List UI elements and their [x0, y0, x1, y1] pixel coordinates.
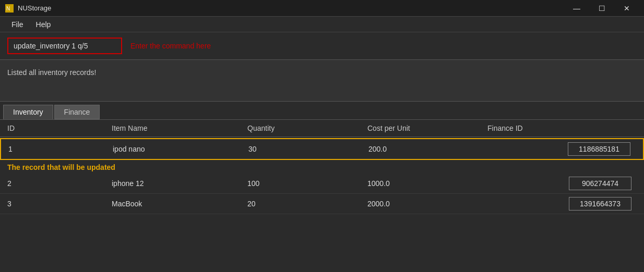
cell-item-name: ipod nano [113, 145, 248, 153]
app-title: NUStorage [18, 4, 565, 12]
output-message: Listed all inventory records! [7, 68, 96, 77]
menu-help[interactable]: Help [30, 18, 57, 31]
tab-finance[interactable]: Finance [54, 105, 100, 119]
command-bar: Enter the command here [0, 32, 644, 60]
col-cost-per-unit: Cost per Unit [367, 124, 487, 132]
close-button[interactable]: ✕ [615, 0, 639, 17]
minimize-button[interactable]: — [565, 0, 589, 17]
title-bar: N NUStorage — ☐ ✕ [0, 0, 644, 17]
finance-id-badge: 1186885181 [568, 142, 630, 156]
cell-cost-per-unit: 2000.0 [367, 200, 487, 208]
command-placeholder: Enter the command here [130, 42, 211, 50]
finance-id-badge: 1391664373 [569, 197, 631, 211]
update-record-label: The record that will be updated [0, 161, 644, 174]
col-quantity: Quantity [247, 124, 367, 132]
cell-id: 2 [7, 179, 112, 188]
finance-id-badge: 906274474 [569, 177, 631, 190]
cell-item-name: MacBook [112, 200, 247, 208]
maximize-button[interactable]: ☐ [590, 0, 614, 17]
window-controls: — ☐ ✕ [565, 0, 639, 17]
cell-id: 1 [8, 145, 113, 153]
cell-cost-per-unit: 200.0 [368, 145, 488, 153]
cell-cost-per-unit: 1000.0 [367, 179, 487, 188]
cell-id: 3 [7, 200, 112, 208]
col-item-name: Item Name [112, 124, 247, 132]
inventory-table: ID Item Name Quantity Cost per Unit Fina… [0, 120, 644, 214]
cell-item-name: iphone 12 [112, 179, 247, 188]
table-row[interactable]: 2 iphone 12 100 1000.0 906274474 [0, 174, 644, 194]
col-finance-id: Finance ID [487, 124, 637, 132]
output-area: Listed all inventory records! [0, 60, 644, 102]
col-id: ID [7, 124, 112, 132]
cell-quantity: 20 [247, 200, 367, 208]
table-row[interactable]: 1 ipod nano 30 200.0 1186885181 [0, 138, 644, 160]
svg-text:N: N [6, 6, 10, 11]
table-row[interactable]: 3 MacBook 20 2000.0 1391664373 [0, 194, 644, 214]
cell-quantity: 30 [248, 145, 368, 153]
finance-id-cell: 906274474 [487, 177, 637, 190]
app-icon: N [5, 4, 14, 13]
command-input[interactable] [7, 38, 122, 54]
finance-id-cell: 1391664373 [487, 197, 637, 211]
finance-id-cell: 1186885181 [488, 142, 636, 156]
table-header: ID Item Name Quantity Cost per Unit Fina… [0, 120, 644, 137]
menu-file[interactable]: File [5, 18, 30, 31]
tab-inventory[interactable]: Inventory [3, 105, 53, 119]
cell-quantity: 100 [247, 179, 367, 188]
menu-bar: File Help [0, 17, 644, 32]
tabs-bar: Inventory Finance [0, 102, 644, 120]
